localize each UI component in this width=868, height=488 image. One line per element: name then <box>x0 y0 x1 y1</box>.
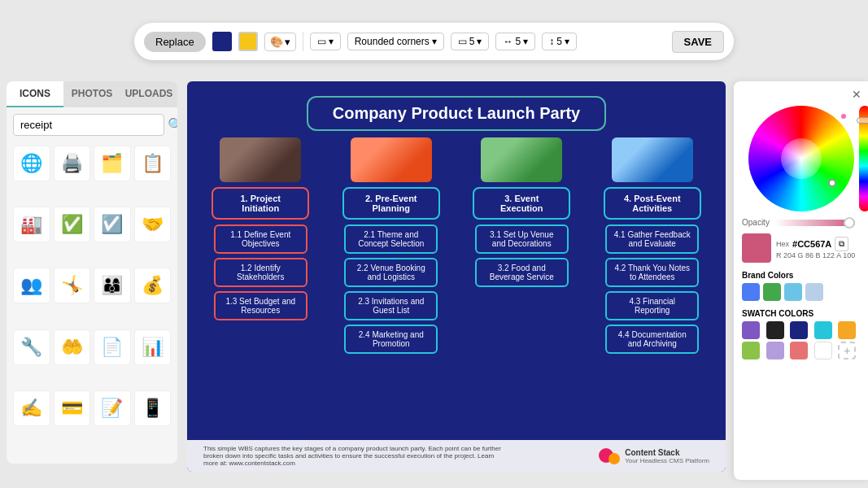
swatch-colors-label: SWATCH COLORS <box>742 309 860 318</box>
col4-item3[interactable]: 4.3 Financial Reporting <box>605 291 699 320</box>
swatch-cyan[interactable] <box>814 321 832 339</box>
search-button[interactable]: 🔍 <box>168 117 177 133</box>
vert-pad-button[interactable]: ↕ 5 ▾ <box>542 33 577 50</box>
icon-globe[interactable]: 🌐 <box>13 146 50 181</box>
swatch-orange[interactable] <box>838 321 856 339</box>
icons-grid: 🌐 🖨️ 🗂️ 📋 🏭 ✅ ☑️ 🤝 👥 🤸 👨‍👩‍👦 💰 🔧 🤲 📄 📊 ✍… <box>7 142 177 451</box>
canvas-title: Company Product Launch Party <box>333 104 581 122</box>
col3-photo <box>481 137 562 182</box>
swatch-darkblue[interactable] <box>790 321 808 339</box>
icon-person-active[interactable]: 🤸 <box>54 268 91 303</box>
col2-item1[interactable]: 2.1 Theme and Concept Selection <box>344 224 438 254</box>
rounded-corners-button[interactable]: Rounded corners ▾ <box>347 33 444 50</box>
search-input[interactable] <box>13 114 164 136</box>
color-yellow-swatch[interactable] <box>238 32 258 51</box>
paint-button[interactable]: 🎨 ▾ <box>264 33 296 51</box>
icon-wrench[interactable]: 🔧 <box>13 329 50 365</box>
color-wheel[interactable] <box>748 106 854 211</box>
hex-copy-button[interactable]: ⧉ <box>835 237 848 251</box>
icon-group[interactable]: 👥 <box>13 268 50 303</box>
horiz-pad-button[interactable]: ↔ 5 ▾ <box>495 33 535 50</box>
icon-archive[interactable]: 🗂️ <box>94 146 131 181</box>
wbs-col-4: 4. Post-Event Activities 4.1 Gather Feed… <box>600 137 705 358</box>
rgb-r: 204 <box>783 251 796 259</box>
icon-money[interactable]: 💰 <box>134 268 172 303</box>
canvas-area[interactable]: Company Product Launch Party 1. Project … <box>187 81 726 472</box>
tab-photos[interactable]: PHOTOS <box>63 81 120 107</box>
icon-printer[interactable]: 🖨️ <box>54 146 91 181</box>
opacity-bar[interactable] <box>774 220 855 226</box>
icon-card[interactable]: 💳 <box>54 390 91 426</box>
hex-label: Hex <box>776 240 789 248</box>
rgb-b: 122 <box>822 251 835 259</box>
tab-icons[interactable]: ICONS <box>7 81 63 107</box>
col4-item2[interactable]: 4.2 Thank You Notes to Attendees <box>605 258 699 287</box>
horiz-chevron: ▾ <box>523 36 528 47</box>
swatch-darkgray[interactable] <box>766 321 784 339</box>
brand-colors-row <box>742 283 860 301</box>
brand-swatch-blue[interactable] <box>742 283 760 301</box>
col1-item2[interactable]: 1.2 Identify Stakeholders <box>214 258 308 287</box>
rgb-row: R 204 G 86 B 122 A 100 <box>776 251 855 259</box>
swatch-pink[interactable] <box>790 342 808 359</box>
border-chevron: ▾ <box>477 36 482 47</box>
shape-button[interactable]: ▭ ▾ <box>310 33 341 50</box>
hue-bar[interactable] <box>859 106 869 211</box>
col2-header[interactable]: 2. Pre-Event Planning <box>342 187 440 220</box>
col3-header[interactable]: 3. Event Execution <box>473 187 570 220</box>
icon-family[interactable]: 👨‍👩‍👦 <box>94 268 131 303</box>
col1-item1[interactable]: 1.1 Define Event Objectives <box>214 224 308 254</box>
icon-handshake[interactable]: 🤝 <box>134 207 172 242</box>
brand-swatch-green[interactable] <box>763 283 781 301</box>
swatches-grid: + <box>742 321 860 359</box>
icon-notepad[interactable]: 📝 <box>94 390 131 426</box>
replace-button[interactable]: Replace <box>144 32 206 52</box>
border-width-button[interactable]: ▭ 5 ▾ <box>451 33 490 50</box>
rounded-corners-label: Rounded corners <box>355 36 430 47</box>
brand-swatch-paleblue[interactable] <box>805 283 823 301</box>
opacity-label: Opacity <box>742 218 770 227</box>
tab-uploads[interactable]: UPLOADS <box>120 81 177 107</box>
icon-check-circle[interactable]: ✅ <box>54 207 91 242</box>
icon-checkbox[interactable]: ☑️ <box>94 207 131 242</box>
col3-item1[interactable]: 3.1 Set Up Venue and Decorations <box>475 224 569 254</box>
col4-header[interactable]: 4. Post-Event Activities <box>604 187 701 220</box>
col1-item3[interactable]: 1.3 Set Budget and Resources <box>214 291 308 320</box>
icon-mobile[interactable]: 📱 <box>134 390 172 426</box>
wbs-title-box: Company Product Launch Party <box>307 96 607 131</box>
col2-item3[interactable]: 2.3 Invitations and Guest List <box>344 291 438 320</box>
icon-document[interactable]: 📄 <box>94 329 131 365</box>
close-button[interactable]: ✕ <box>852 88 861 101</box>
color-wheel-container <box>748 106 854 211</box>
icon-hands[interactable]: 🤲 <box>54 329 91 365</box>
col2-item4[interactable]: 2.4 Marketing and Promotion <box>344 325 438 354</box>
icon-clipboard[interactable]: 📋 <box>134 146 172 181</box>
col4-item1[interactable]: 4.1 Gather Feedback and Evaluate <box>605 224 699 254</box>
horiz-icon: ↔ <box>503 36 513 47</box>
footer-logo: Content Stack Your Headless CMS Platform <box>599 448 709 464</box>
col3-item2[interactable]: 3.2 Food and Beverage Service <box>475 258 569 287</box>
swatch-purple[interactable] <box>742 321 760 339</box>
swatch-add-button[interactable]: + <box>838 342 856 359</box>
swatch-white[interactable] <box>814 342 832 359</box>
swatch-lavender[interactable] <box>766 342 784 359</box>
color-wheel-cursor-white <box>828 179 836 187</box>
swatch-lightgreen[interactable] <box>742 342 760 359</box>
save-button[interactable]: SAVE <box>672 31 724 53</box>
hex-color-swatch[interactable] <box>742 233 771 263</box>
col1-header[interactable]: 1. Project Initiation <box>212 187 309 220</box>
col4-item4[interactable]: 4.4 Documentation and Archiving <box>605 325 699 354</box>
toolbar: Replace 🎨 ▾ ▭ ▾ Rounded corners ▾ ▭ 5 ▾ … <box>134 23 734 60</box>
color-wheel-inner <box>781 138 822 179</box>
col2-item2[interactable]: 2.2 Venue Booking and Logistics <box>344 258 438 287</box>
brand-swatch-lightblue[interactable] <box>784 283 802 301</box>
brand-colors-section: Brand Colors <box>742 271 860 301</box>
color-dark-swatch[interactable] <box>212 32 232 51</box>
icon-writing[interactable]: ✍️ <box>13 390 50 426</box>
icon-chart[interactable]: 📊 <box>134 329 172 365</box>
icon-factory[interactable]: 🏭 <box>13 207 50 242</box>
shape-chevron: ▾ <box>329 36 334 47</box>
vert-number: 5 <box>556 36 562 47</box>
logo-bubbles <box>599 448 620 464</box>
rgb-a: 100 <box>843 251 855 259</box>
